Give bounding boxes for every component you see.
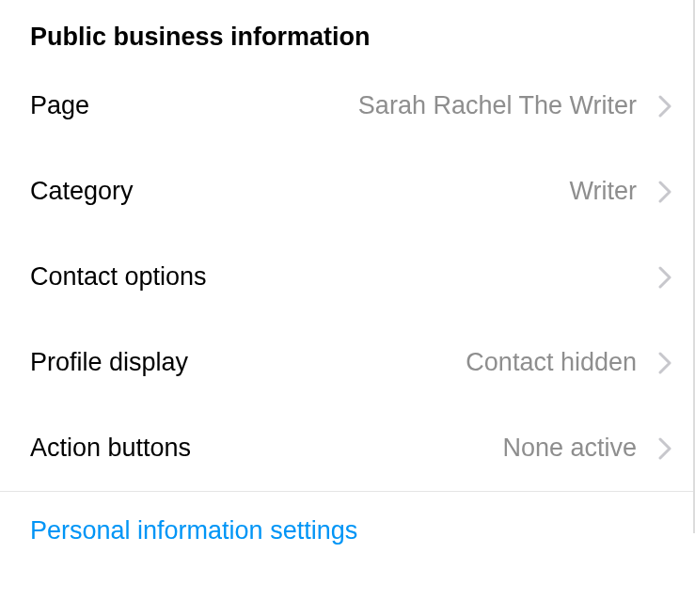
row-profile-display[interactable]: Profile display Contact hidden xyxy=(0,320,695,405)
chevron-right-icon xyxy=(654,352,676,374)
row-contact-options[interactable]: Contact options xyxy=(0,234,695,320)
row-value: Writer xyxy=(570,177,638,206)
personal-info-settings-link[interactable]: Personal information settings xyxy=(0,492,695,570)
chevron-right-icon xyxy=(654,437,676,460)
section-header: Public business information xyxy=(0,0,695,63)
chevron-right-icon xyxy=(654,266,676,289)
row-label: Profile display xyxy=(30,348,188,377)
row-value: Contact hidden xyxy=(466,348,637,377)
row-action-buttons[interactable]: Action buttons None active xyxy=(0,405,695,491)
row-value: Sarah Rachel The Writer xyxy=(358,91,637,120)
row-label: Contact options xyxy=(30,262,207,292)
row-label: Action buttons xyxy=(30,434,191,463)
row-category[interactable]: Category Writer xyxy=(0,149,695,234)
row-page[interactable]: Page Sarah Rachel The Writer xyxy=(0,63,695,149)
row-label: Category xyxy=(30,177,134,206)
chevron-right-icon xyxy=(654,95,676,118)
chevron-right-icon xyxy=(654,181,676,203)
row-value: None active xyxy=(502,434,637,463)
row-label: Page xyxy=(30,91,89,120)
link-label: Personal information settings xyxy=(30,516,357,545)
settings-container: Public business information Page Sarah R… xyxy=(0,0,695,616)
